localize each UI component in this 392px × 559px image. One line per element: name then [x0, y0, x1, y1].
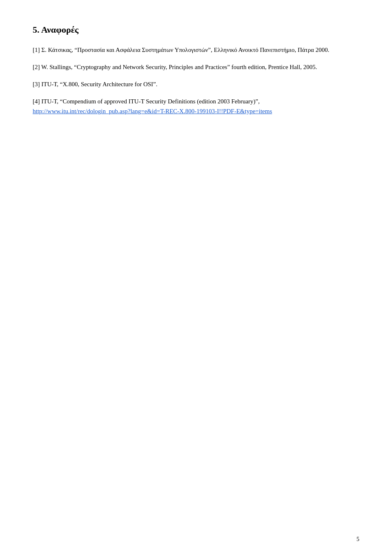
ref2-label: [2] [33, 64, 40, 70]
ref4-link[interactable]: http://www.itu.int/rec/dologin_pub.asp?l… [33, 108, 272, 114]
ref3-label: [3] [33, 81, 40, 87]
ref1-body: Σ. Κάτσικας, “Προστασία και Ασφάλεια Συσ… [41, 47, 329, 53]
reference-4: [4] ITU-T, “Compendium of approved ITU-T… [33, 96, 359, 116]
reference-3: [3] ITU-T, “X.800, Security Architecture… [33, 79, 359, 89]
section-heading: 5. Αναφορές [33, 25, 359, 35]
page-container: 5. Αναφορές [1] Σ. Κάτσικας, “Προστασία … [0, 0, 392, 559]
page-number: 5 [356, 536, 359, 543]
ref4-body-before: ITU-T, “Compendium of approved ITU-T Sec… [41, 98, 260, 105]
ref1-label: [1] [33, 47, 40, 53]
ref4-label: [4] [33, 98, 40, 105]
reference-1: [1] Σ. Κάτσικας, “Προστασία και Ασφάλεια… [33, 45, 359, 55]
ref3-body: ITU-T, “X.800, Security Architecture for… [41, 81, 157, 87]
ref2-body: W. Stallings, “Cryptography and Network … [41, 64, 317, 70]
reference-2: [2] W. Stallings, “Cryptography and Netw… [33, 62, 359, 72]
